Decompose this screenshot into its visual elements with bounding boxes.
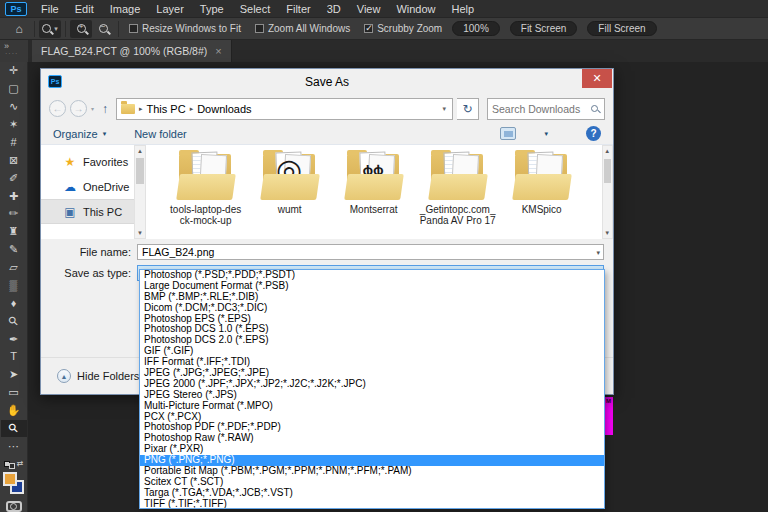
- dialog-close-button[interactable]: ✕: [582, 69, 612, 88]
- document-tab[interactable]: FLAG_B24.PCT @ 100% (RGB/8#) ×: [32, 40, 232, 62]
- file-name-combobox[interactable]: ▾: [137, 244, 604, 260]
- zoom-out-button[interactable]: −: [92, 20, 114, 38]
- format-option[interactable]: JPEG 2000 (*.JPF;*.JPX;*.JP2;*.J2C;*.J2K…: [140, 379, 604, 390]
- blur-tool[interactable]: ♦: [1, 294, 27, 312]
- menu-item[interactable]: Filter: [278, 1, 318, 17]
- close-tab-icon[interactable]: ×: [215, 45, 221, 57]
- sidebar-scrollbar[interactable]: ▲ ▼: [134, 145, 145, 239]
- menu-item[interactable]: Edit: [67, 1, 102, 17]
- dialog-title-bar[interactable]: Ps Save As ✕: [41, 69, 613, 94]
- zoom-100-button[interactable]: 100%: [452, 21, 500, 36]
- format-option[interactable]: Portable Bit Map (*.PBM;*.PGM;*.PPM;*.PN…: [140, 466, 604, 477]
- default-colors-control[interactable]: ⇄: [4, 457, 24, 470]
- menu-item[interactable]: Layer: [148, 1, 192, 17]
- search-input[interactable]: [492, 103, 591, 115]
- pen-tool[interactable]: ✒: [1, 330, 27, 348]
- menu-item[interactable]: Help: [444, 1, 483, 17]
- search-box[interactable]: [487, 98, 605, 120]
- format-option[interactable]: GIF (*.GIF): [140, 346, 604, 357]
- toolbar-collapse-strip[interactable]: » ····: [0, 40, 28, 62]
- breadcrumb-downloads[interactable]: Downloads: [197, 103, 251, 115]
- refresh-button[interactable]: ↻: [457, 98, 479, 120]
- chevron-down-icon[interactable]: ▾: [596, 249, 600, 257]
- format-option[interactable]: Photoshop (*.PSD;*.PDD;*.PSDT): [140, 270, 604, 281]
- fill-screen-button[interactable]: Fill Screen: [587, 21, 656, 36]
- quick-mask-button[interactable]: [6, 501, 22, 512]
- view-options-icon[interactable]: ▾: [544, 130, 548, 138]
- eyedropper-tool[interactable]: ✐: [1, 169, 27, 187]
- hand-tool[interactable]: ✋: [1, 402, 27, 420]
- menu-item[interactable]: Type: [192, 1, 232, 17]
- format-option[interactable]: PNG (*.PNG;*.PNG): [140, 455, 604, 466]
- help-button[interactable]: ?: [586, 126, 601, 141]
- folder-wumt[interactable]: wumt: [248, 147, 332, 239]
- file-list-scrollbar[interactable]: ▲ ▼: [602, 145, 613, 239]
- scrollbar-track[interactable]: [603, 156, 612, 228]
- slice-tool[interactable]: ⊠: [1, 151, 27, 169]
- menu-item[interactable]: Select: [232, 1, 279, 17]
- options-checkbox[interactable]: Resize Windows to Fit: [129, 23, 241, 34]
- change-view-button[interactable]: [500, 127, 516, 140]
- format-option[interactable]: IFF Format (*.IFF;*.TDI): [140, 357, 604, 368]
- menu-item[interactable]: View: [349, 1, 389, 17]
- eraser-tool[interactable]: ▱: [1, 259, 27, 277]
- sidebar-item-onedrive[interactable]: ☁ OneDrive: [41, 174, 134, 199]
- format-option[interactable]: BMP (*.BMP;*.RLE;*.DIB): [140, 292, 604, 303]
- file-name-input[interactable]: [142, 246, 589, 258]
- format-option[interactable]: Photoshop DCS 2.0 (*.EPS): [140, 335, 604, 346]
- format-option[interactable]: JPEG Stereo (*.JPS): [140, 390, 604, 401]
- magic-wand-tool[interactable]: ✶: [1, 116, 27, 134]
- zoom-in-button[interactable]: +: [70, 20, 92, 38]
- forward-button[interactable]: →: [70, 100, 87, 117]
- scrollbar-thumb[interactable]: [136, 158, 143, 184]
- format-option[interactable]: Photoshop EPS (*.EPS): [140, 314, 604, 325]
- dodge-tool[interactable]: ⚲: [1, 312, 27, 330]
- scrollbar-track[interactable]: [135, 156, 144, 228]
- format-option[interactable]: Scitex CT (*.SCT): [140, 477, 604, 488]
- scroll-down-icon[interactable]: ▼: [137, 228, 143, 238]
- new-folder-button[interactable]: New folder: [134, 128, 187, 140]
- rectangular-marquee-tool[interactable]: ▢: [1, 80, 27, 98]
- recent-locations-icon[interactable]: ▾: [91, 105, 94, 112]
- edit-toolbar-button[interactable]: ⋯: [1, 437, 27, 455]
- folder-kmspico[interactable]: KMSpico: [500, 147, 584, 239]
- brush-tool[interactable]: ✏: [1, 205, 27, 223]
- rectangle-tool[interactable]: ▭: [1, 384, 27, 402]
- sidebar-item-favorites[interactable]: ★ Favorites: [41, 149, 134, 174]
- format-option[interactable]: Photoshop PDF (*.PDF;*.PDP): [140, 422, 604, 433]
- clone-stamp-tool[interactable]: ♜: [1, 223, 27, 241]
- folder-montserrat[interactable]: Montserrat: [332, 147, 416, 239]
- type-tool[interactable]: T: [1, 348, 27, 366]
- menu-item[interactable]: Image: [102, 1, 149, 17]
- options-checkbox[interactable]: Scrubby Zoom: [364, 23, 442, 34]
- hide-folders-button[interactable]: ▲ Hide Folders: [57, 369, 139, 383]
- menu-item[interactable]: File: [33, 1, 67, 17]
- folder-getintopc[interactable]: _Getintopc.com_ Panda AV Pro 17: [416, 147, 500, 239]
- format-option[interactable]: PCX (*.PCX): [140, 412, 604, 423]
- format-option[interactable]: Photoshop DCS 1.0 (*.EPS): [140, 324, 604, 335]
- foreground-color-swatch[interactable]: [3, 472, 17, 486]
- menu-item[interactable]: 3D: [319, 1, 349, 17]
- scroll-down-icon[interactable]: ▼: [604, 228, 610, 238]
- scroll-up-icon[interactable]: ▲: [604, 146, 610, 156]
- move-tool[interactable]: ✛: [1, 62, 27, 80]
- lasso-tool[interactable]: ∿: [1, 98, 27, 116]
- home-button[interactable]: ⌂: [8, 20, 30, 38]
- scroll-up-icon[interactable]: ▲: [137, 146, 143, 156]
- back-button[interactable]: ←: [49, 100, 66, 117]
- history-brush-tool[interactable]: ✎: [1, 241, 27, 259]
- crop-tool[interactable]: #: [1, 134, 27, 152]
- healing-brush-tool[interactable]: ✚: [1, 187, 27, 205]
- fit-screen-button[interactable]: Fit Screen: [510, 21, 578, 36]
- format-option[interactable]: Photoshop Raw (*.RAW): [140, 433, 604, 444]
- zoom-tool-preset[interactable]: ▾: [39, 20, 61, 38]
- format-option[interactable]: Dicom (*.DCM;*.DC3;*.DIC): [140, 303, 604, 314]
- folder-tools-laptop[interactable]: tools-laptop-des ck-mock-up: [164, 147, 248, 239]
- address-dropdown-icon[interactable]: ▾: [438, 105, 450, 113]
- path-selection-tool[interactable]: ➤: [1, 366, 27, 384]
- format-option[interactable]: Multi-Picture Format (*.MPO): [140, 401, 604, 412]
- organize-button[interactable]: Organize ▾: [53, 128, 106, 140]
- sidebar-item-this-pc[interactable]: ▣ This PC: [41, 199, 134, 224]
- format-option[interactable]: JPEG (*.JPG;*.JPEG;*.JPE): [140, 368, 604, 379]
- address-bar[interactable]: ▸ This PC ▸ Downloads ▾: [116, 98, 453, 120]
